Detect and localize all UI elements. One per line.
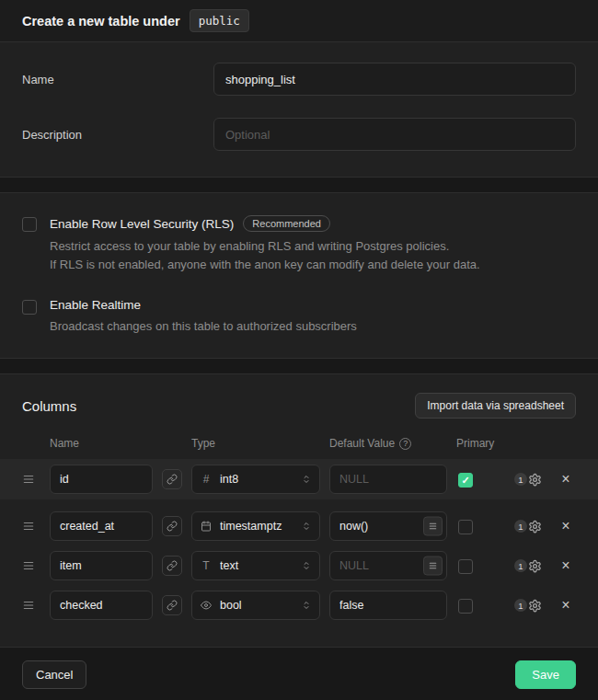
remove-column-button[interactable]: ×	[558, 519, 574, 534]
default-value-input[interactable]	[329, 465, 447, 494]
column-type-select[interactable]: # int8	[191, 465, 320, 494]
rls-description: Restrict access to your table by enablin…	[50, 237, 480, 274]
chevron-up-down-icon	[301, 560, 312, 571]
description-form-row: Description	[22, 118, 576, 151]
primary-checkbox[interactable]	[458, 599, 473, 614]
realtime-label: Enable Realtime	[50, 298, 141, 312]
chevron-up-down-icon	[301, 521, 312, 532]
help-icon[interactable]: ?	[399, 438, 411, 450]
realtime-description: Broadcast changes on this table to autho…	[50, 317, 357, 336]
column-type-select[interactable]: T text	[191, 551, 320, 580]
foreign-key-button[interactable]	[162, 516, 182, 536]
drag-handle-icon[interactable]	[22, 473, 40, 486]
column-row-created-at: timestamptz 1 ×	[22, 511, 576, 541]
remove-column-button[interactable]: ×	[558, 472, 574, 487]
section-divider	[0, 178, 598, 192]
default-value-menu-button[interactable]	[423, 517, 443, 536]
close-icon: ×	[561, 598, 569, 613]
rls-checkbox[interactable]	[22, 217, 37, 232]
import-spreadsheet-button[interactable]: Import data via spreadsheet	[415, 393, 576, 419]
primary-checkbox[interactable]	[458, 559, 473, 574]
column-settings-button[interactable]: 1	[508, 520, 548, 534]
column-type-select[interactable]: bool	[191, 591, 320, 620]
column-type-label: bool	[220, 599, 293, 612]
link-icon	[167, 521, 178, 532]
default-value-menu-button[interactable]	[423, 557, 443, 576]
column-name-input[interactable]	[50, 591, 153, 620]
list-icon	[428, 561, 438, 571]
realtime-checkbox[interactable]	[22, 300, 37, 315]
settings-count-badge: 1	[514, 559, 527, 572]
recommended-badge: Recommended	[243, 215, 330, 232]
panel-footer: Cancel Save	[0, 648, 598, 700]
section-divider	[0, 359, 598, 373]
column-row-checked: bool 1 ×	[22, 591, 576, 620]
primary-checkbox[interactable]	[458, 473, 473, 488]
default-value-input[interactable]	[329, 591, 447, 620]
panel-title: Create a new table under	[22, 14, 180, 29]
default-value-cell	[329, 591, 447, 620]
foreign-key-button[interactable]	[162, 469, 182, 489]
name-form-row: Name	[22, 63, 576, 96]
save-button[interactable]: Save	[515, 660, 576, 689]
table-details-section: Name Description	[0, 42, 598, 178]
gear-icon	[528, 599, 542, 613]
cancel-button[interactable]: Cancel	[22, 660, 86, 689]
link-icon	[167, 560, 178, 571]
realtime-content: Enable Realtime Broadcast changes on thi…	[50, 298, 357, 336]
panel-header: Create a new table under public	[0, 0, 598, 42]
gear-icon	[528, 520, 542, 534]
column-row-item: T text 1 ×	[22, 551, 576, 580]
drag-handle-icon[interactable]	[22, 520, 40, 533]
column-type-label: int8	[220, 473, 293, 486]
realtime-toggle-row: Enable Realtime Broadcast changes on thi…	[22, 298, 576, 336]
chevron-up-down-icon	[301, 600, 312, 611]
gear-icon	[528, 559, 542, 573]
chevron-up-down-icon	[301, 474, 312, 485]
default-value-cell	[329, 551, 447, 580]
hash-icon: #	[200, 473, 213, 486]
table-description-input[interactable]	[213, 118, 576, 151]
remove-column-button[interactable]: ×	[558, 598, 574, 613]
column-settings-button[interactable]: 1	[508, 473, 548, 487]
description-label: Description	[22, 128, 213, 142]
drag-handle-icon[interactable]	[22, 599, 40, 612]
name-label: Name	[22, 73, 213, 86]
column-name-input[interactable]	[50, 551, 153, 580]
close-icon: ×	[561, 519, 569, 534]
link-icon	[167, 474, 178, 485]
column-settings-button[interactable]: 1	[508, 599, 548, 613]
default-value-cell	[329, 511, 447, 541]
foreign-key-button[interactable]	[162, 595, 182, 615]
column-type-label: timestamptz	[220, 520, 293, 533]
table-name-input[interactable]	[213, 63, 576, 96]
column-settings-button[interactable]: 1	[508, 559, 548, 573]
header-type: Type	[191, 437, 320, 450]
column-name-input[interactable]	[50, 465, 153, 494]
link-icon	[167, 600, 178, 611]
header-primary: Primary	[456, 437, 499, 450]
rls-label: Enable Row Level Security (RLS)	[50, 217, 234, 231]
rls-content: Enable Row Level Security (RLS) Recommen…	[50, 215, 480, 274]
header-name: Name	[50, 437, 153, 450]
default-value-cell	[329, 465, 447, 494]
remove-column-button[interactable]: ×	[558, 558, 574, 573]
columns-table-headers: Name Type Default Value ? Primary	[22, 437, 576, 450]
column-name-input[interactable]	[50, 511, 153, 541]
schema-badge: public	[190, 9, 249, 32]
primary-checkbox[interactable]	[458, 520, 473, 534]
column-row-id: # int8 1 ×	[0, 459, 598, 499]
list-icon	[428, 522, 438, 532]
security-section: Enable Row Level Security (RLS) Recommen…	[0, 192, 598, 359]
close-icon: ×	[561, 558, 569, 573]
column-type-select[interactable]: timestamptz	[191, 511, 320, 541]
columns-title: Columns	[22, 398, 76, 414]
gear-icon	[528, 473, 542, 487]
column-type-label: text	[220, 559, 293, 572]
drag-handle-icon[interactable]	[22, 559, 40, 572]
columns-section: Columns Import data via spreadsheet Name…	[0, 373, 598, 648]
foreign-key-button[interactable]	[162, 556, 182, 576]
settings-count-badge: 1	[514, 520, 527, 533]
eye-icon	[200, 600, 213, 611]
close-icon: ×	[561, 472, 569, 487]
